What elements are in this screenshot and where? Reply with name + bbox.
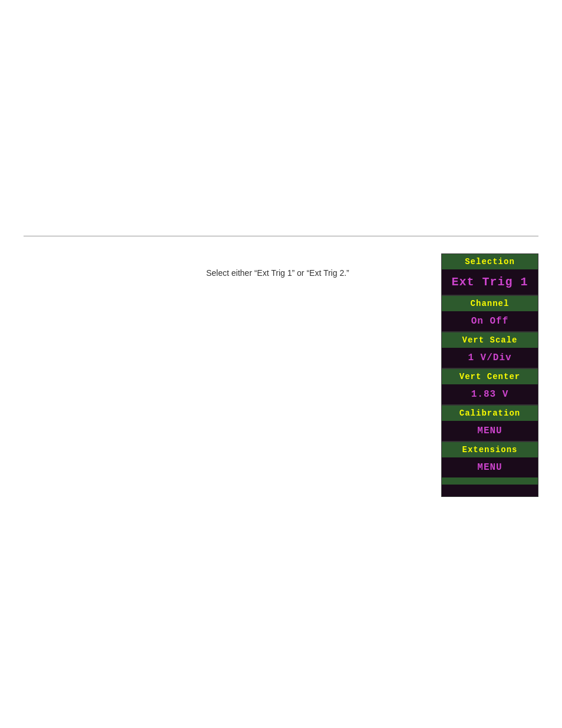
channel-label[interactable]: Channel	[442, 296, 538, 311]
vert-scale-label[interactable]: Vert Scale	[442, 332, 538, 348]
horizontal-divider	[24, 236, 538, 236]
menu-bottom-bar	[442, 477, 538, 485]
menu-empty-bar	[442, 485, 538, 496]
vert-center-label[interactable]: Vert Center	[442, 369, 538, 384]
calibration-value[interactable]: MENU	[442, 421, 538, 441]
selection-label[interactable]: Selection	[442, 254, 538, 269]
vert-center-value[interactable]: 1.83 V	[442, 384, 538, 404]
calibration-label[interactable]: Calibration	[442, 406, 538, 421]
extensions-value[interactable]: MENU	[442, 457, 538, 477]
extensions-label[interactable]: Extensions	[442, 442, 538, 457]
selection-value[interactable]: Ext Trig 1	[442, 269, 538, 295]
vert-scale-value[interactable]: 1 V/Div	[442, 348, 538, 368]
instruction-text: Select either “Ext Trig 1” or “Ext Trig …	[206, 268, 349, 278]
menu-panel: Selection Ext Trig 1 Channel On Off Vert…	[441, 253, 538, 497]
channel-value[interactable]: On Off	[442, 311, 538, 331]
